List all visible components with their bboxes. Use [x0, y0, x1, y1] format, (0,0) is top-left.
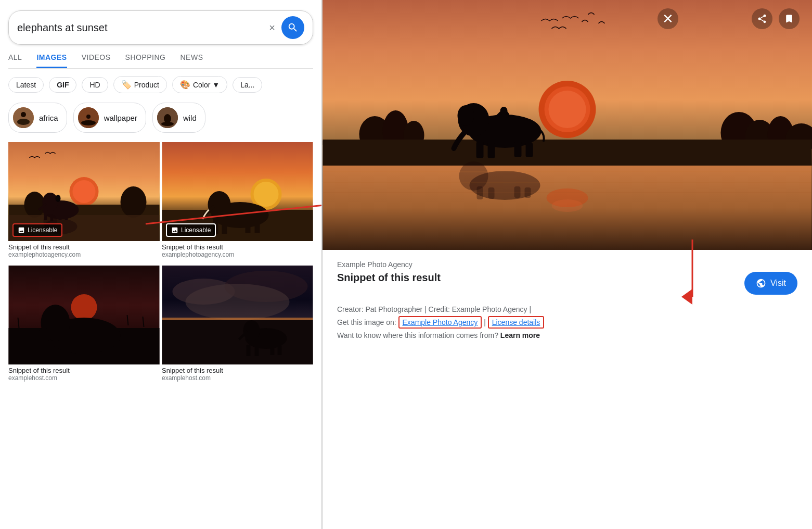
- svg-rect-21: [65, 211, 68, 220]
- svg-point-50: [186, 284, 290, 320]
- meta-where-prefix: Want to know where this information come…: [337, 331, 498, 339]
- chip-img-africa: [13, 107, 34, 128]
- svg-rect-33: [246, 219, 251, 233]
- filter-gif-label: GIF: [57, 81, 69, 89]
- svg-rect-32: [222, 220, 227, 234]
- svg-point-87: [459, 161, 488, 191]
- grid-img-4: [162, 266, 313, 364]
- tab-shopping[interactable]: SHOPPING: [125, 53, 166, 68]
- svg-point-14: [121, 186, 147, 218]
- filter-more[interactable]: La...: [233, 77, 262, 93]
- detail-agency: Example Photo Agency: [337, 260, 797, 269]
- grid-item-4[interactable]: Snippet of this result examplehost.com: [162, 266, 313, 387]
- filter-gif[interactable]: GIF: [49, 77, 76, 93]
- grid-source-3: examplehost.com: [8, 374, 160, 382]
- svg-rect-73: [323, 140, 812, 166]
- licensable-badge-1: Licensable: [12, 223, 62, 237]
- svg-point-72: [549, 91, 586, 128]
- svg-rect-34: [255, 220, 260, 233]
- chip-img-wallpaper: [78, 107, 99, 128]
- svg-rect-43: [104, 348, 111, 362]
- svg-point-30: [208, 191, 231, 218]
- svg-rect-56: [255, 346, 259, 356]
- visit-icon: [756, 278, 766, 288]
- meta-line3: Want to know where this information come…: [337, 329, 797, 342]
- share-button[interactable]: [752, 8, 772, 29]
- filter-product[interactable]: 🏷️ Product: [113, 76, 167, 93]
- meta-get-prefix: Get this image on:: [337, 318, 396, 326]
- svg-rect-42: [92, 346, 99, 362]
- filter-latest[interactable]: Latest: [8, 77, 44, 93]
- close-button[interactable]: ✕: [658, 8, 678, 29]
- tab-news[interactable]: NEWS: [180, 53, 203, 68]
- filter-color-label: Color ▼: [193, 81, 220, 89]
- chip-wild-label: wild: [183, 114, 197, 122]
- filter-color[interactable]: 🎨 Color ▼: [172, 76, 227, 93]
- svg-rect-80: [514, 142, 522, 157]
- svg-point-8: [164, 114, 171, 123]
- svg-point-36: [71, 294, 97, 320]
- licensable-badge-2: Licensable: [166, 223, 216, 237]
- detail-content: Example Photo Agency Snippet of this res…: [323, 250, 812, 529]
- search-bar: ×: [8, 10, 313, 45]
- related-chip-wallpaper[interactable]: wallpaper: [73, 103, 146, 133]
- meta-line1: Creator: Pat Photographer | Credit: Exam…: [337, 303, 797, 316]
- detail-hero-svg: [323, 0, 812, 250]
- svg-rect-20: [59, 210, 62, 220]
- svg-point-39: [41, 305, 70, 341]
- header-actions: [752, 8, 800, 29]
- svg-point-1: [17, 119, 30, 125]
- grid-item-3[interactable]: Snippet of this result examplehost.com: [8, 266, 160, 387]
- filter-more-label: La...: [240, 81, 254, 89]
- svg-rect-89: [488, 187, 495, 199]
- tab-images[interactable]: IMAGES: [36, 53, 67, 68]
- grid-source-1: examplephotoagency.com: [8, 251, 160, 258]
- svg-rect-51: [162, 318, 313, 320]
- search-button[interactable]: [281, 16, 304, 39]
- visit-button[interactable]: Visit: [744, 272, 797, 295]
- svg-rect-79: [488, 143, 495, 158]
- meta-link-license[interactable]: License details: [488, 316, 545, 329]
- filter-hd[interactable]: HD: [82, 77, 108, 93]
- grid-item-2[interactable]: Licensable Snippet of this result exampl…: [162, 142, 313, 263]
- detail-header: ✕: [645, 0, 812, 37]
- svg-point-54: [243, 320, 260, 341]
- licensable-icon-2: [171, 226, 178, 234]
- svg-rect-90: [514, 186, 521, 198]
- licensable-icon-1: [18, 226, 25, 234]
- svg-point-2: [21, 112, 26, 117]
- filter-row: Latest GIF HD 🏷️ Product 🎨 Color ▼ La...: [8, 76, 313, 93]
- africa-thumb-icon: [13, 107, 34, 128]
- bookmark-icon: [784, 14, 794, 24]
- svg-rect-58: [278, 346, 282, 355]
- wallpaper-thumb-icon: [78, 107, 99, 128]
- svg-point-11: [73, 180, 96, 203]
- svg-point-13: [24, 192, 45, 218]
- meta-learn-more[interactable]: Learn more: [500, 331, 540, 339]
- svg-rect-55: [247, 345, 251, 356]
- svg-rect-40: [47, 346, 55, 363]
- search-clear-icon[interactable]: ×: [269, 22, 275, 34]
- svg-point-4: [81, 120, 96, 125]
- grid-item-1[interactable]: Licensable Snippet of this result exampl…: [8, 142, 160, 263]
- filter-hd-label: HD: [89, 81, 100, 89]
- related-chip-africa[interactable]: africa: [8, 103, 67, 133]
- bookmark-button[interactable]: [779, 8, 800, 29]
- tab-all[interactable]: ALL: [8, 53, 22, 68]
- left-panel: × ALL IMAGES VIDEOS SHOPPING NEWS Latest…: [0, 0, 323, 529]
- svg-rect-52: [162, 320, 313, 364]
- chip-img-wild: [157, 107, 178, 128]
- svg-point-17: [43, 193, 58, 211]
- grid-caption-3: Snippet of this result: [8, 367, 160, 374]
- right-panel: ✕: [323, 0, 812, 529]
- svg-rect-41: [61, 348, 68, 363]
- related-chip-wild[interactable]: wild: [152, 103, 205, 133]
- svg-point-5: [86, 115, 91, 119]
- grid-caption-2: Snippet of this result: [162, 243, 313, 251]
- meta-separator: |: [484, 318, 486, 326]
- search-input[interactable]: [17, 22, 269, 34]
- meta-link-agency[interactable]: Example Photo Agency: [398, 316, 482, 329]
- filter-product-label: Product: [134, 81, 159, 89]
- grid-source-2: examplephotoagency.com: [162, 251, 313, 258]
- tab-videos[interactable]: VIDEOS: [82, 53, 111, 68]
